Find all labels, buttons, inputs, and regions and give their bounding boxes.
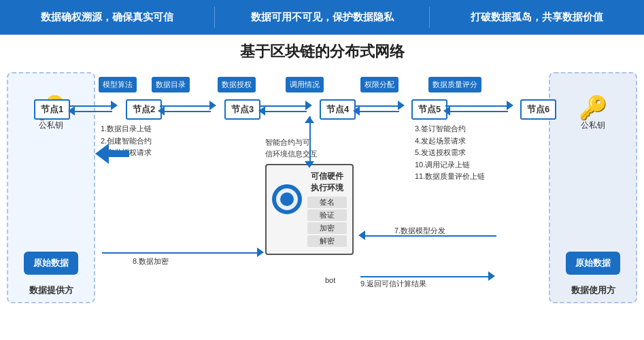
tag-quality: 数据质量评分 [428,77,481,92]
distribute-note: 7.数据模型分发 [394,225,445,237]
result-note: 9.返回可信计算结果 [360,278,426,290]
result-arrow [488,271,495,281]
arrow-n4-n3-left [258,106,265,116]
line-n2-n3 [160,105,211,107]
left-public-key-label: 公私钥 [8,120,94,131]
distribute-arrow [358,231,365,240]
tee-box: 可信硬件执行环境 签名 验证 加密 解密 [265,164,354,255]
tag-permission: 权限分配 [360,77,399,92]
left-blue-arrow [95,143,129,167]
arrow-n3-n4-right [305,101,312,110]
tee-chart-inner [280,192,294,206]
right-section-label: 数据使用方 [550,284,636,296]
right-key-icon: 🔑 [579,94,607,121]
tee-title: 可信硬件执行环境 [307,171,347,194]
arrow-n2-n1-left [68,106,75,116]
banner-item-3: 打破数据孤岛，共享数据价值 [430,7,644,28]
arrow-n2-n3-right [209,101,216,110]
tag-data-auth: 数据授权 [218,77,256,92]
arrow-down-n3-tee [305,161,314,168]
tee-item-sign: 签名 [307,197,347,208]
top-banner-section: 数据确权溯源，确保真实可信 数据可用不可见，保护数据隐私 打破数据孤岛，共享数据… [0,0,644,35]
node-4: 节点4 [320,99,356,120]
line-n4-n5 [355,105,399,107]
tag-usage: 调用情况 [286,77,324,92]
node-2: 节点2 [126,99,162,120]
line-n5-n6 [445,105,508,107]
arrow-n3-n2-left [158,106,165,116]
node-6: 节点6 [520,99,556,120]
result-line [360,276,490,277]
encrypt-note: 8.数据加密 [133,256,169,267]
right-db-box: 原始数据 [566,252,620,275]
left-db-box: 原始数据 [24,252,78,275]
node-1: 节点1 [34,99,70,120]
v-line-n3-tee [309,116,311,164]
arrow-n6-n5-left [443,106,450,116]
line-n4-n3 [260,111,307,112]
right-user-container: 🔑 公私钥 原始数据 数据使用方 [549,72,637,303]
encrypt-line [102,252,258,254]
arrow-up-tee-n3 [305,116,314,123]
line-n2-n1 [70,111,112,112]
banner-item-1: 数据确权溯源，确保真实可信 [0,7,215,28]
arrow-n1-n2-right [111,101,118,110]
encrypt-arrow [257,248,264,257]
right-note-text: 3.签订智能合约 4.发起场景请求 5.发送授权需求 10.调用记录上链 11.… [415,123,485,183]
line-n5-n4 [355,111,399,112]
arrow-n5-n6-right [507,101,513,110]
tag-model-algo: 模型算法 [99,77,137,92]
node-3: 节点3 [224,99,260,120]
tag-data-catalog: 数据目录 [152,77,190,92]
svg-marker-0 [95,143,129,164]
tee-item-verify: 验证 [307,209,347,221]
banner-item-2: 数据可用不可见，保护数据隐私 [215,7,430,28]
tee-item-encrypt: 加密 [307,222,347,234]
main-title: 基于区块链的分布式网络 [10,41,634,62]
bot-label: bot [325,276,335,284]
line-n3-n2 [160,111,211,112]
line-n1-n2 [70,105,112,107]
left-section-label: 数据提供方 [8,284,94,296]
tee-item-decrypt: 解密 [307,235,347,247]
right-public-key-label: 公私钥 [550,120,636,131]
line-n6-n5 [445,111,508,112]
line-n3-n4 [260,105,307,107]
node-5: 节点5 [411,99,447,120]
arrow-n4-n5-right [398,101,405,110]
arrow-n5-n4-left [353,106,360,116]
main-diagram-area: 基于区块链的分布式网络 🔑 公私钥 原始数据 数据提供方 🔑 公私钥 原始数据 … [0,35,644,334]
